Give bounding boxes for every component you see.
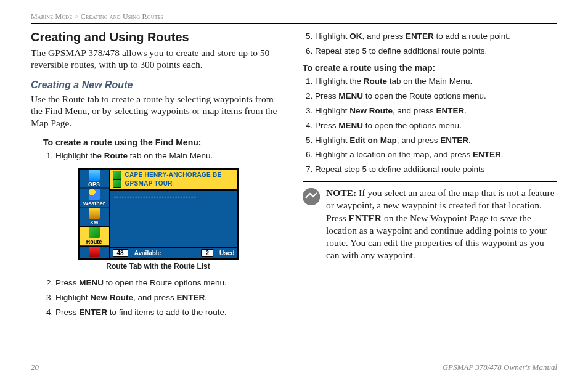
content-columns: Creating and Using Routes The GPSMAP 378… [31,30,557,324]
step: Highlight the Route tab on the Main Menu… [55,150,285,163]
available-label: Available [134,250,161,256]
step: Highlight the Route tab on the Main Menu… [315,75,557,88]
gps-list-area: ------------------------------- [110,190,237,247]
used-count: 2 [201,249,213,257]
procedure-title: To create a route using the map: [303,63,557,73]
gps-statusbar: 48 Available 2 Used [110,247,237,258]
step: Highlight New Route, and press ENTER. [55,292,285,305]
step: Press MENU to open the options menu. [315,120,557,133]
procedure-steps: Highlight the Route tab on the Main Menu… [43,150,285,163]
step: Highlight Edit on Map, and press ENTER. [315,134,557,147]
gps-sidebar: GPS Weather XM Route [80,170,109,258]
page-title: Creating and Using Routes [31,30,285,44]
sidebar-tab-route: Route [80,227,109,246]
step: Repeat step 5 to define additional route… [315,163,557,176]
note-icon [303,188,320,205]
route-icon [113,179,121,188]
gps-main-panel: CAPE HENRY-ANCHORAGE BE GPSMAP TOUR ----… [109,170,237,258]
intro-paragraph: The GPSMAP 378/478 allows you to create … [31,47,285,71]
breadcrumb: Marine Mode > Creating and Using Routes [31,12,557,22]
procedure-steps: Press MENU to open the Route options men… [43,277,285,319]
sidebar-tab-xm: XM [80,208,109,227]
page-number: 20 [31,363,39,372]
sidebar-tab-weather: Weather [80,189,109,208]
sidebar-tab-gps: GPS [80,170,109,189]
gps-titlebar: CAPE HENRY-ANCHORAGE BE GPSMAP TOUR [110,170,237,190]
header-rule [31,23,557,24]
note-block: NOTE: If you select an area of the map t… [303,181,557,261]
step: Press ENTER to find items to add to the … [55,306,285,319]
used-label: Used [219,250,234,256]
flag-icon [89,246,100,257]
sidebar-tab-points: Points [80,246,109,260]
figure: GPS Weather XM Route [78,168,239,271]
xm-icon [89,208,100,219]
manual-page: Marine Mode > Creating and Using Routes … [0,0,588,381]
route-name-1: CAPE HENRY-ANCHORAGE BE [125,171,222,178]
gps-screenshot: GPS Weather XM Route [78,168,239,260]
step: Press MENU to open the Route options men… [55,277,285,290]
step: Highlight a location on the map, and pre… [315,149,557,162]
procedure-title: To create a route using the Find Menu: [43,137,285,147]
satellite-icon [89,170,100,181]
breadcrumb-section: Marine Mode [31,12,72,21]
right-column: Highlight OK, and press ENTER to add a r… [303,30,557,324]
note-text: NOTE: If you select an area of the map t… [326,187,557,261]
route-name-2: GPSMAP TOUR [125,180,173,187]
section-body: Use the Route tab to create a route by s… [31,93,285,129]
page-footer: 20 GPSMAP 378/478 Owner's Manual [31,363,557,372]
available-count: 48 [113,249,128,257]
step: Press MENU to open the Route options men… [315,90,557,103]
breadcrumb-topic: Creating and Using Routes [81,12,164,21]
step: Repeat step 5 to define additional route… [315,45,557,58]
document-title: GPSMAP 378/478 Owner's Manual [443,363,557,372]
procedure-steps: Highlight the Route tab on the Main Menu… [303,75,557,176]
weather-icon [89,189,100,200]
step: Highlight OK, and press ENTER to add a r… [315,30,557,43]
step: Highlight New Route, and press ENTER. [315,105,557,118]
route-icon [89,227,100,238]
left-column: Creating and Using Routes The GPSMAP 378… [31,30,285,324]
svg-point-0 [303,188,320,205]
section-heading: Creating a New Route [31,80,285,91]
figure-caption: Route Tab with the Route List [78,262,239,271]
empty-row-dashes: ------------------------------- [110,190,237,202]
route-icon [113,171,121,179]
procedure-steps: Highlight OK, and press ENTER to add a r… [303,30,557,58]
